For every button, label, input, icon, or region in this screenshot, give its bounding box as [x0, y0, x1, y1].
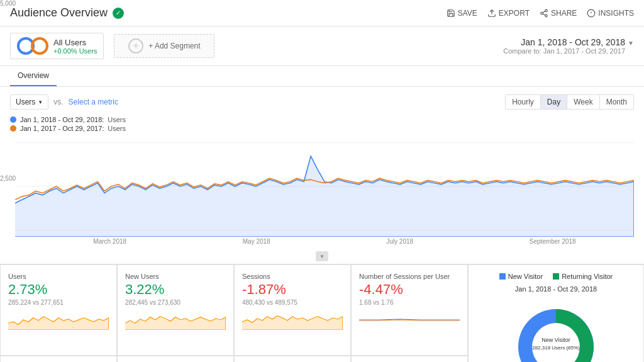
metrics-grid: Users 2.73% 285,224 vs 277,651 New Users… [0, 264, 644, 362]
legend-item-current: Jan 1, 2018 - Oct 29, 2018: Users [10, 116, 634, 123]
header: Audience Overview ✓ SAVE EXPORT SHARE IN… [0, 0, 644, 26]
legend-item-previous: Jan 1, 2017 - Oct 29, 2017: Users [10, 125, 634, 132]
pie-legend-returning: Returning Visitor [553, 273, 613, 280]
chart-legend: Jan 1, 2018 - Oct 29, 2018: Users Jan 1,… [10, 116, 634, 132]
circle-orange [31, 37, 48, 55]
metric-card-new-users: New Users 3.22% 282,445 vs 273,630 [117, 264, 234, 356]
save-button[interactable]: SAVE [447, 9, 477, 18]
returning-visitor-dot [553, 273, 559, 280]
export-button[interactable]: EXPORT [487, 9, 530, 18]
segment-info: All Users +0.00% Users [53, 38, 97, 55]
metric-title: Number of Sessions per User [359, 273, 460, 280]
segment-change: +0.00% Users [53, 47, 97, 55]
svg-line-5 [543, 11, 545, 12]
segment-left: All Users +0.00% Users + + Add Segment [10, 33, 214, 59]
metric-value: 3.22% [125, 281, 226, 298]
all-users-segment[interactable]: All Users +0.00% Users [10, 33, 104, 59]
insights-button[interactable]: INSIGHTS [587, 9, 634, 18]
segment-bar: All Users +0.00% Users + + Add Segment J… [0, 26, 644, 66]
metric-value: -1.87% [242, 281, 343, 298]
svg-point-1 [545, 9, 548, 11]
metric-title: Users [8, 273, 109, 280]
month-button[interactable]: Month [599, 94, 634, 110]
svg-text:New Visitor: New Visitor [541, 337, 570, 343]
pie-legend-new: New Visitor [499, 273, 543, 280]
metric-title: Sessions [242, 273, 343, 280]
svg-text:282,318 Users (85%): 282,318 Users (85%) [532, 345, 580, 351]
pie-panel: New Visitor Returning Visitor Jan 1, 201… [468, 264, 644, 362]
metric-selector: Users ▼ vs. Select a metric [10, 94, 118, 110]
pie-date-current: Jan 1, 2018 - Oct 29, 2018 [515, 285, 597, 293]
week-button[interactable]: Week [567, 94, 599, 110]
time-buttons: Hourly Day Week Month [506, 94, 634, 110]
metric-title: New Users [125, 273, 226, 280]
hourly-button[interactable]: Hourly [505, 94, 541, 110]
page-title: Audience Overview ✓ [10, 6, 124, 20]
mini-chart-users [8, 310, 109, 330]
add-segment-circle: + [128, 38, 143, 54]
chart-svg [15, 136, 634, 237]
collapse-button[interactable]: ▼ [10, 249, 634, 264]
mini-chart-sessions [242, 310, 343, 330]
metric-comparison: 1.68 vs 1.76 [359, 299, 460, 306]
metric-comparison: 480,430 vs 489,575 [242, 299, 343, 306]
svg-point-3 [545, 14, 548, 17]
date-current: Jan 1, 2018 - Oct 29, 2018 [503, 37, 625, 47]
metric-card-avg-session: Avg. Session Duration -7.70% 00:03:07 vs… [234, 356, 351, 362]
select-metric-link[interactable]: Select a metric [69, 98, 118, 106]
new-visitor-dot [499, 273, 506, 280]
title-text: Audience Overview [10, 6, 108, 20]
day-button[interactable]: Day [540, 94, 567, 110]
metric-card-sessions-per-user: Number of Sessions per User -4.47% 1.68 … [351, 264, 468, 356]
metric-comparison: 282,445 vs 273,630 [125, 299, 226, 306]
add-segment-label: + Add Segment [148, 42, 200, 50]
x-axis-labels: March 2018 May 2018 July 2018 September … [10, 237, 634, 249]
share-button[interactable]: SHARE [540, 9, 577, 18]
metric-card-sessions: Sessions -1.87% 480,430 vs 489,575 [234, 264, 351, 356]
mini-chart-sessions-user [359, 310, 460, 330]
metric-comparison: 285,224 vs 277,651 [8, 299, 109, 306]
chart-section: Users ▼ vs. Select a metric Hourly Day W… [0, 87, 644, 264]
metric-card-pages-session: Pages / Session 0.97% 2.76 vs 2.74 [117, 356, 234, 362]
chart-controls: Users ▼ vs. Select a metric Hourly Day W… [10, 94, 634, 110]
svg-line-4 [543, 13, 545, 14]
metric-value: -4.47% [359, 281, 460, 298]
pie-chart-current: New Visitor 282,318 Users (85%) [506, 297, 606, 362]
dropdown-arrow-icon: ▼ [38, 99, 43, 105]
chevron-down-icon: ▼ [628, 40, 634, 47]
vs-label: vs. [53, 98, 63, 106]
header-actions: SAVE EXPORT SHARE INSIGHTS [447, 9, 634, 18]
segment-name: All Users [53, 38, 97, 47]
metric-card-bounce: Bounce Rate 2.79% 62.20% vs 60.52% [351, 356, 468, 362]
metric-value: 2.73% [8, 281, 109, 298]
collapse-arrow-icon: ▼ [316, 251, 328, 261]
verified-icon: ✓ [113, 8, 124, 19]
add-segment-button[interactable]: + + Add Segment [114, 34, 214, 58]
date-range: Jan 1, 2018 - Oct 29, 2018 Compare to: J… [503, 37, 625, 55]
date-compare: Compare to: Jan 1, 2017 - Oct 29, 2017 [503, 47, 625, 55]
date-range-picker[interactable]: Jan 1, 2018 - Oct 29, 2018 Compare to: J… [503, 37, 634, 55]
pie-legend: New Visitor Returning Visitor [499, 273, 613, 280]
segment-circles [17, 37, 48, 55]
chart-area [15, 136, 634, 237]
mini-chart-new-users [125, 310, 226, 330]
svg-point-2 [541, 12, 543, 14]
pie-svg: New Visitor 282,318 Users (85%) [506, 297, 606, 362]
tabs-bar: Overview [0, 66, 644, 87]
